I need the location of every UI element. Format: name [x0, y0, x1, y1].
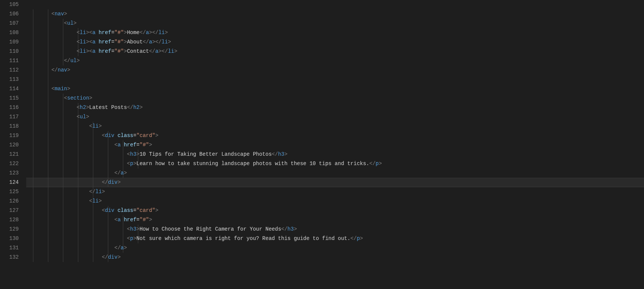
line-number: 130	[0, 234, 19, 243]
code-line[interactable]: <h2>Latest Posts</h2>	[26, 103, 644, 112]
line-number: 132	[0, 253, 19, 262]
line-number: 115	[0, 94, 19, 103]
code-line[interactable]: <section>	[26, 94, 644, 103]
line-number: 106	[0, 9, 19, 19]
line-number: 123	[0, 168, 19, 178]
code-line[interactable]: <p>Not sure which camera is right for yo…	[26, 234, 644, 243]
code-line[interactable]: </nav>	[26, 66, 644, 75]
line-number: 129	[0, 225, 19, 234]
line-number: 112	[0, 66, 19, 75]
code-line[interactable]: <ul>	[26, 19, 644, 28]
line-number: 116	[0, 103, 19, 112]
line-number: 126	[0, 197, 19, 206]
code-line[interactable]: <a href="#">	[26, 140, 644, 150]
code-line[interactable]: <li>	[26, 122, 644, 131]
line-number: 107	[0, 19, 19, 28]
line-number: 108	[0, 28, 19, 37]
code-line[interactable]: </li>	[26, 187, 644, 197]
line-number-gutter: 1051061071081091101111121131141151161171…	[0, 0, 26, 289]
line-number: 120	[0, 140, 19, 150]
code-line[interactable]: <li><a href="#">Contact</a></li>	[26, 47, 644, 56]
line-number: 111	[0, 56, 19, 66]
code-line[interactable]: <li><a href="#">Home</a></li>	[26, 28, 644, 37]
code-line[interactable]: <ul>	[26, 112, 644, 122]
code-line[interactable]: <h3>How to Choose the Right Camera for Y…	[26, 225, 644, 234]
code-line[interactable]: <p>Learn how to take stunning landscape …	[26, 159, 644, 168]
line-number: 119	[0, 131, 19, 140]
code-lines: <nav> <ul> <li><a href="#">Home</a></li>…	[26, 0, 644, 262]
code-line[interactable]: <a href="#">	[26, 215, 644, 225]
line-number: 128	[0, 215, 19, 225]
line-number: 110	[0, 47, 19, 56]
line-number: 105	[0, 0, 19, 9]
code-line[interactable]: <div class="card">	[26, 206, 644, 215]
line-number: 124	[0, 178, 19, 187]
code-line[interactable]: <li>	[26, 197, 644, 206]
code-line[interactable]	[26, 75, 644, 84]
line-number: 131	[0, 243, 19, 253]
code-line[interactable]: </div>	[26, 253, 644, 262]
line-number: 121	[0, 150, 19, 159]
line-number: 114	[0, 84, 19, 94]
code-line[interactable]: <main>	[26, 84, 644, 94]
code-line[interactable]: <div class="card">	[26, 131, 644, 140]
code-editor-area[interactable]: <nav> <ul> <li><a href="#">Home</a></li>…	[26, 0, 644, 289]
code-line[interactable]: </a>	[26, 243, 644, 253]
code-line[interactable]: <li><a href="#">About</a></li>	[26, 37, 644, 47]
line-number: 122	[0, 159, 19, 168]
code-line[interactable]: <h3>10 Tips for Taking Better Landscape …	[26, 150, 644, 159]
line-number: 125	[0, 187, 19, 197]
code-line[interactable]: </ul>	[26, 56, 644, 66]
line-number: 127	[0, 206, 19, 215]
line-number: 118	[0, 122, 19, 131]
code-line[interactable]: </div>	[26, 178, 644, 187]
line-number: 113	[0, 75, 19, 84]
code-line[interactable]: <nav>	[26, 9, 644, 19]
line-number: 117	[0, 112, 19, 122]
code-line[interactable]: </a>	[26, 168, 644, 178]
code-line[interactable]	[26, 0, 644, 9]
line-number: 109	[0, 37, 19, 47]
